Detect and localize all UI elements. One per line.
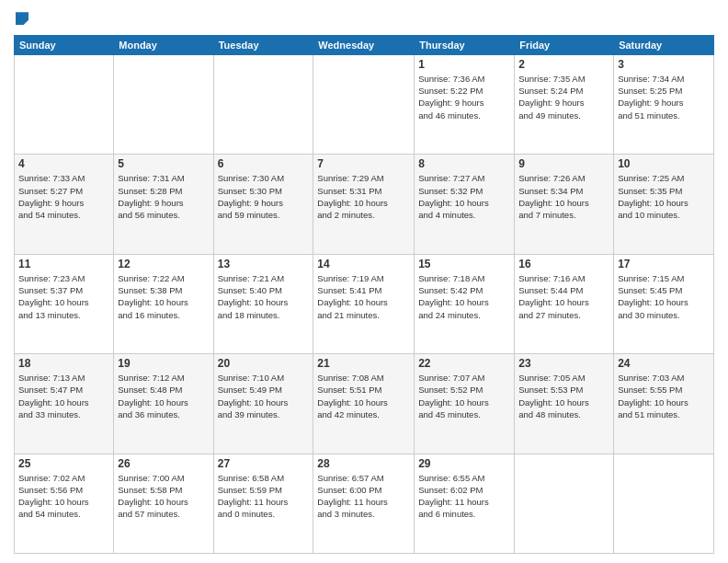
day-cell: 19Sunrise: 7:12 AM Sunset: 5:48 PM Dayli… xyxy=(114,354,213,454)
calendar-page: SundayMondayTuesdayWednesdayThursdayFrid… xyxy=(0,0,728,563)
day-number: 2 xyxy=(518,58,609,71)
day-number: 1 xyxy=(418,58,510,71)
day-info: Sunrise: 7:12 AM Sunset: 5:48 PM Dayligh… xyxy=(118,372,209,420)
day-info: Sunrise: 7:29 AM Sunset: 5:31 PM Dayligh… xyxy=(317,172,410,221)
day-number: 10 xyxy=(618,157,710,170)
day-cell: 16Sunrise: 7:16 AM Sunset: 5:44 PM Dayli… xyxy=(515,254,614,353)
day-cell: 2Sunrise: 7:35 AM Sunset: 5:24 PM Daylig… xyxy=(515,54,614,154)
day-info: Sunrise: 7:30 AM Sunset: 5:30 PM Dayligh… xyxy=(218,172,310,221)
day-number: 13 xyxy=(218,258,310,270)
day-cell: 6Sunrise: 7:30 AM Sunset: 5:30 PM Daylig… xyxy=(213,155,313,254)
day-info: Sunrise: 7:35 AM Sunset: 5:24 PM Dayligh… xyxy=(518,73,609,121)
day-number: 23 xyxy=(518,357,609,370)
day-cell: 12Sunrise: 7:22 AM Sunset: 5:38 PM Dayli… xyxy=(114,254,213,353)
week-row-4: 18Sunrise: 7:13 AM Sunset: 5:47 PM Dayli… xyxy=(15,354,714,454)
day-cell: 10Sunrise: 7:25 AM Sunset: 5:35 PM Dayli… xyxy=(614,155,714,254)
day-cell xyxy=(15,54,114,154)
day-cell xyxy=(114,54,213,154)
day-cell: 7Sunrise: 7:29 AM Sunset: 5:31 PM Daylig… xyxy=(313,155,415,254)
day-cell: 18Sunrise: 7:13 AM Sunset: 5:47 PM Dayli… xyxy=(15,354,114,454)
day-cell xyxy=(515,454,614,553)
day-info: Sunrise: 7:23 AM Sunset: 5:37 PM Dayligh… xyxy=(18,272,109,321)
calendar-table: SundayMondayTuesdayWednesdayThursdayFrid… xyxy=(14,35,714,554)
day-info: Sunrise: 7:03 AM Sunset: 5:55 PM Dayligh… xyxy=(618,372,710,420)
day-info: Sunrise: 7:05 AM Sunset: 5:53 PM Dayligh… xyxy=(518,372,609,420)
col-header-saturday: Saturday xyxy=(614,35,714,54)
day-info: Sunrise: 7:13 AM Sunset: 5:47 PM Dayligh… xyxy=(18,372,109,420)
week-row-3: 11Sunrise: 7:23 AM Sunset: 5:37 PM Dayli… xyxy=(15,254,714,353)
day-info: Sunrise: 7:02 AM Sunset: 5:56 PM Dayligh… xyxy=(18,472,109,521)
col-header-monday: Monday xyxy=(114,35,213,54)
day-cell: 15Sunrise: 7:18 AM Sunset: 5:42 PM Dayli… xyxy=(415,254,515,353)
day-number: 20 xyxy=(218,357,310,370)
day-cell: 25Sunrise: 7:02 AM Sunset: 5:56 PM Dayli… xyxy=(15,454,114,553)
day-info: Sunrise: 7:25 AM Sunset: 5:35 PM Dayligh… xyxy=(618,172,710,221)
day-info: Sunrise: 7:22 AM Sunset: 5:38 PM Dayligh… xyxy=(118,272,209,321)
day-number: 18 xyxy=(18,357,109,370)
day-number: 3 xyxy=(618,58,710,71)
day-info: Sunrise: 6:58 AM Sunset: 5:59 PM Dayligh… xyxy=(218,472,310,521)
day-number: 26 xyxy=(118,457,209,470)
day-cell: 1Sunrise: 7:36 AM Sunset: 5:22 PM Daylig… xyxy=(415,54,515,154)
day-info: Sunrise: 7:33 AM Sunset: 5:27 PM Dayligh… xyxy=(18,172,109,221)
day-number: 19 xyxy=(118,357,209,370)
day-info: Sunrise: 7:16 AM Sunset: 5:44 PM Dayligh… xyxy=(518,272,609,321)
day-cell: 24Sunrise: 7:03 AM Sunset: 5:55 PM Dayli… xyxy=(614,354,714,454)
day-cell: 5Sunrise: 7:31 AM Sunset: 5:28 PM Daylig… xyxy=(114,155,213,254)
logo-icon xyxy=(16,12,28,25)
day-info: Sunrise: 7:07 AM Sunset: 5:52 PM Dayligh… xyxy=(418,372,510,420)
col-header-wednesday: Wednesday xyxy=(313,35,415,54)
day-cell: 23Sunrise: 7:05 AM Sunset: 5:53 PM Dayli… xyxy=(515,354,614,454)
day-number: 9 xyxy=(518,157,609,170)
col-header-thursday: Thursday xyxy=(415,35,515,54)
day-info: Sunrise: 7:27 AM Sunset: 5:32 PM Dayligh… xyxy=(418,172,510,221)
day-cell: 4Sunrise: 7:33 AM Sunset: 5:27 PM Daylig… xyxy=(15,155,114,254)
day-cell: 8Sunrise: 7:27 AM Sunset: 5:32 PM Daylig… xyxy=(415,155,515,254)
day-info: Sunrise: 7:19 AM Sunset: 5:41 PM Dayligh… xyxy=(317,272,410,321)
day-number: 21 xyxy=(317,357,410,370)
day-number: 12 xyxy=(118,258,209,270)
day-cell xyxy=(614,454,714,553)
day-info: Sunrise: 7:08 AM Sunset: 5:51 PM Dayligh… xyxy=(317,372,410,420)
day-info: Sunrise: 7:10 AM Sunset: 5:49 PM Dayligh… xyxy=(218,372,310,420)
day-cell: 14Sunrise: 7:19 AM Sunset: 5:41 PM Dayli… xyxy=(313,254,415,353)
calendar-header-row: SundayMondayTuesdayWednesdayThursdayFrid… xyxy=(15,35,714,54)
day-cell: 17Sunrise: 7:15 AM Sunset: 5:45 PM Dayli… xyxy=(614,254,714,353)
day-info: Sunrise: 7:18 AM Sunset: 5:42 PM Dayligh… xyxy=(418,272,510,321)
day-cell: 11Sunrise: 7:23 AM Sunset: 5:37 PM Dayli… xyxy=(15,254,114,353)
day-info: Sunrise: 7:00 AM Sunset: 5:58 PM Dayligh… xyxy=(118,472,209,521)
day-number: 7 xyxy=(317,157,410,170)
day-number: 17 xyxy=(618,258,710,270)
week-row-2: 4Sunrise: 7:33 AM Sunset: 5:27 PM Daylig… xyxy=(15,155,714,254)
day-cell: 21Sunrise: 7:08 AM Sunset: 5:51 PM Dayli… xyxy=(313,354,415,454)
day-number: 5 xyxy=(118,157,209,170)
day-cell: 28Sunrise: 6:57 AM Sunset: 6:00 PM Dayli… xyxy=(313,454,415,553)
logo-text xyxy=(14,9,28,28)
day-info: Sunrise: 7:21 AM Sunset: 5:40 PM Dayligh… xyxy=(218,272,310,321)
day-cell: 27Sunrise: 6:58 AM Sunset: 5:59 PM Dayli… xyxy=(213,454,313,553)
day-cell: 13Sunrise: 7:21 AM Sunset: 5:40 PM Dayli… xyxy=(213,254,313,353)
day-info: Sunrise: 7:31 AM Sunset: 5:28 PM Dayligh… xyxy=(118,172,209,221)
day-number: 8 xyxy=(418,157,510,170)
day-number: 16 xyxy=(518,258,609,270)
day-number: 15 xyxy=(418,258,510,270)
week-row-1: 1Sunrise: 7:36 AM Sunset: 5:22 PM Daylig… xyxy=(15,54,714,154)
day-number: 14 xyxy=(317,258,410,270)
day-info: Sunrise: 7:26 AM Sunset: 5:34 PM Dayligh… xyxy=(518,172,609,221)
day-cell: 3Sunrise: 7:34 AM Sunset: 5:25 PM Daylig… xyxy=(614,54,714,154)
day-number: 11 xyxy=(18,258,109,270)
day-number: 6 xyxy=(218,157,310,170)
day-cell: 22Sunrise: 7:07 AM Sunset: 5:52 PM Dayli… xyxy=(415,354,515,454)
day-cell: 26Sunrise: 7:00 AM Sunset: 5:58 PM Dayli… xyxy=(114,454,213,553)
day-info: Sunrise: 7:34 AM Sunset: 5:25 PM Dayligh… xyxy=(618,73,710,121)
day-number: 4 xyxy=(18,157,109,170)
day-info: Sunrise: 6:57 AM Sunset: 6:00 PM Dayligh… xyxy=(317,472,410,521)
day-cell xyxy=(313,54,415,154)
day-info: Sunrise: 7:15 AM Sunset: 5:45 PM Dayligh… xyxy=(618,272,710,321)
day-cell: 29Sunrise: 6:55 AM Sunset: 6:02 PM Dayli… xyxy=(415,454,515,553)
col-header-friday: Friday xyxy=(515,35,614,54)
week-row-5: 25Sunrise: 7:02 AM Sunset: 5:56 PM Dayli… xyxy=(15,454,714,553)
day-number: 22 xyxy=(418,357,510,370)
day-cell xyxy=(213,54,313,154)
day-number: 24 xyxy=(618,357,710,370)
